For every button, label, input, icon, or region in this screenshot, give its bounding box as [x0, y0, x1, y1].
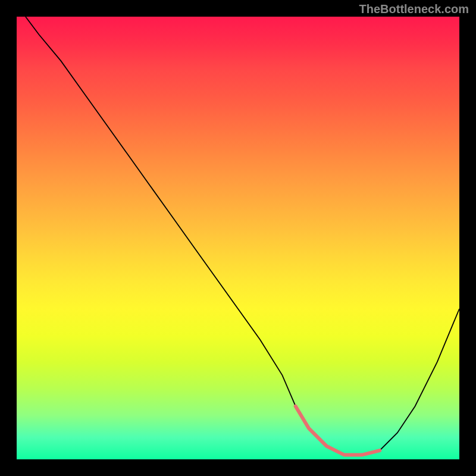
bottleneck-curve-line — [26, 17, 459, 455]
chart-plot-area — [17, 17, 459, 459]
watermark-text: TheBottleneck.com — [359, 2, 469, 16]
optimal-range-highlight — [296, 406, 380, 455]
chart-svg-overlay — [17, 17, 459, 459]
